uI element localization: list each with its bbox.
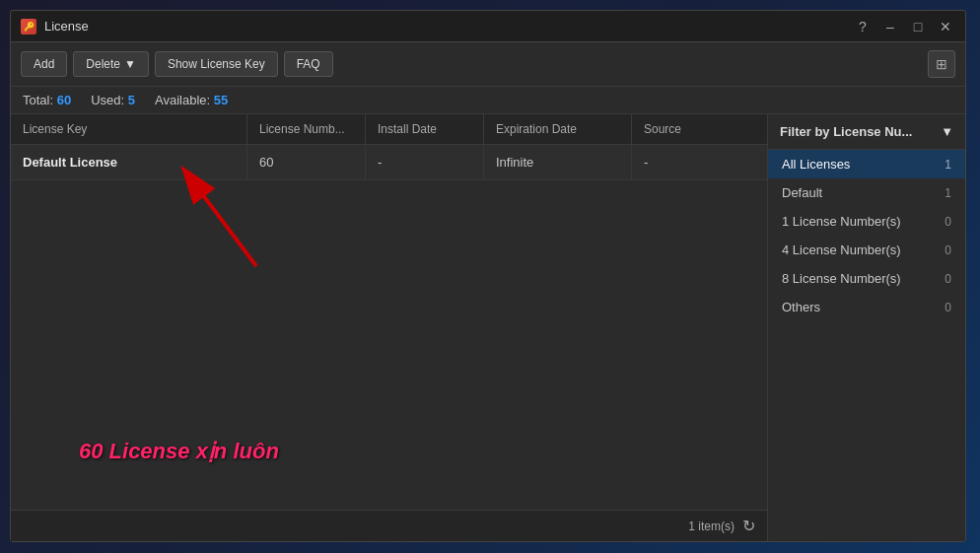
cell-expiration-date: Infinite — [484, 145, 632, 179]
filter-count-default: 1 — [945, 186, 951, 200]
toolbar: Add Delete ▼ Show License Key FAQ ⊞ — [11, 42, 965, 87]
filter-label-default: Default — [782, 185, 822, 200]
app-icon: 🔑 — [21, 19, 36, 35]
total-label: Total: — [23, 93, 53, 107]
filter-label-8-license: 8 License Number(s) — [782, 271, 901, 286]
delete-label: Delete — [86, 57, 120, 71]
col-license-number: License Numb... — [247, 114, 366, 144]
filter-default[interactable]: Default 1 — [768, 178, 965, 207]
filter-count-others: 0 — [945, 301, 951, 314]
cell-license-number: 60 — [247, 145, 366, 179]
stats-row: Total: 60 Used: 5 Available: 55 — [11, 87, 965, 114]
refresh-button[interactable]: ↻ — [742, 517, 755, 535]
show-license-key-button[interactable]: Show License Key — [155, 51, 278, 77]
total-stat: Total: 60 — [23, 93, 71, 107]
table-area: License Key License Numb... Install Date… — [11, 114, 768, 541]
filter-count-8-license: 0 — [945, 272, 951, 286]
filter-label-4-license: 4 License Number(s) — [782, 242, 901, 257]
title-bar: 🔑 License ? – □ ✕ — [11, 11, 965, 42]
col-license-key: License Key — [11, 114, 247, 144]
table-header: License Key License Numb... Install Date… — [11, 114, 767, 145]
filter-all-licenses[interactable]: All Licenses 1 — [768, 150, 965, 178]
filter-count-1-license: 0 — [945, 215, 951, 229]
filter-dropdown-arrow[interactable]: ▼ — [941, 124, 953, 139]
table-footer: 1 item(s) ↻ — [11, 510, 767, 541]
help-button[interactable]: ? — [853, 17, 873, 36]
toolbar-right: ⊞ — [928, 50, 955, 78]
col-install-date: Install Date — [366, 114, 484, 144]
filter-header: Filter by License Nu... ▼ — [768, 114, 965, 150]
window-controls: ? – □ ✕ — [853, 17, 955, 36]
filter-label-all-licenses: All Licenses — [782, 157, 850, 172]
cell-source: - — [632, 145, 767, 179]
col-source: Source — [632, 114, 767, 144]
delete-dropdown-arrow: ▼ — [124, 57, 136, 71]
available-label: Available: — [155, 93, 210, 107]
maximize-button[interactable]: □ — [908, 17, 928, 36]
add-button[interactable]: Add — [21, 51, 67, 77]
filter-title: Filter by License Nu... — [780, 124, 912, 139]
window-title: License — [44, 19, 89, 34]
available-stat: Available: 55 — [155, 93, 228, 107]
used-value: 5 — [128, 93, 135, 107]
table-body: Default License 60 - Infinite - — [11, 145, 767, 510]
available-value: 55 — [214, 93, 228, 107]
filter-8-license[interactable]: 8 License Number(s) 0 — [768, 264, 965, 293]
filter-panel: Filter by License Nu... ▼ All Licenses 1… — [768, 114, 965, 541]
delete-button[interactable]: Delete ▼ — [73, 51, 149, 77]
table-row[interactable]: Default License 60 - Infinite - — [11, 145, 767, 180]
item-count: 1 item(s) — [688, 519, 735, 533]
faq-button[interactable]: FAQ — [284, 51, 333, 77]
license-window: 🔑 License ? – □ ✕ Add Delete ▼ Show Lice… — [10, 10, 966, 542]
close-button[interactable]: ✕ — [936, 17, 955, 36]
used-stat: Used: 5 — [91, 93, 135, 107]
cell-license-key: Default License — [11, 145, 247, 179]
content-area: License Key License Numb... Install Date… — [11, 114, 965, 541]
filter-4-license[interactable]: 4 License Number(s) 0 — [768, 236, 965, 264]
filter-others[interactable]: Others 0 — [768, 293, 965, 321]
filter-count-4-license: 0 — [945, 243, 951, 257]
filter-count-all-licenses: 1 — [945, 158, 951, 172]
filter-1-license[interactable]: 1 License Number(s) 0 — [768, 207, 965, 236]
layout-button[interactable]: ⊞ — [928, 50, 955, 78]
minimize-button[interactable]: – — [880, 17, 900, 36]
used-label: Used: — [91, 93, 124, 107]
filter-label-1-license: 1 License Number(s) — [782, 214, 901, 229]
title-bar-left: 🔑 License — [21, 19, 89, 35]
col-expiration-date: Expiration Date — [484, 114, 632, 144]
cell-install-date: - — [366, 145, 484, 179]
total-value: 60 — [57, 93, 71, 107]
filter-label-others: Others — [782, 300, 820, 314]
